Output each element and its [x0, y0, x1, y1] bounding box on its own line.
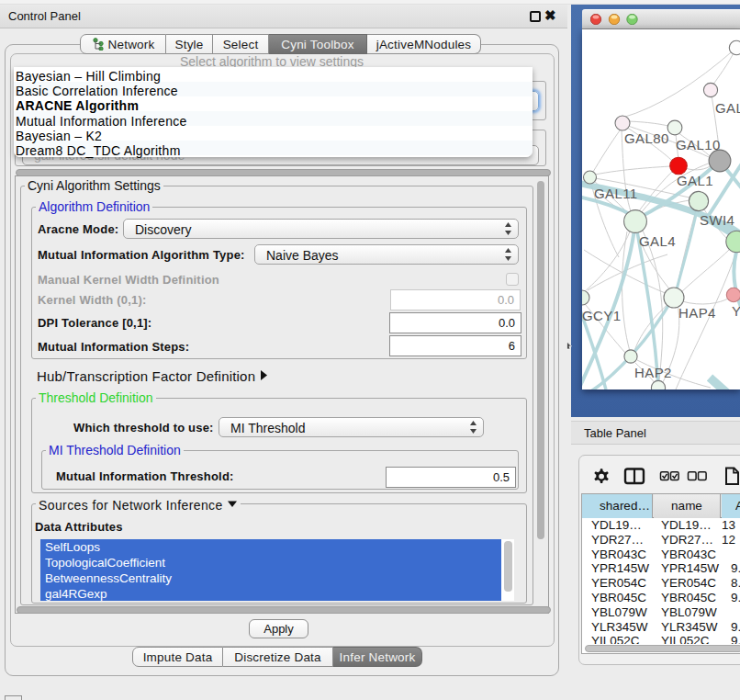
svg-text:GAL10: GAL10	[676, 137, 721, 152]
svg-text:SWI4: SWI4	[700, 212, 734, 228]
svg-text:GAL: GAL	[715, 100, 740, 116]
svg-text:GCY1: GCY1	[582, 308, 621, 323]
svg-text:GAL1: GAL1	[677, 173, 713, 188]
svg-text:HAP4: HAP4	[678, 305, 716, 321]
svg-text:GAL11: GAL11	[594, 186, 638, 201]
svg-text:Y: Y	[732, 303, 740, 319]
svg-text:GAL4: GAL4	[639, 233, 676, 249]
svg-text:HAP2: HAP2	[634, 365, 672, 380]
svg-text:GAL80: GAL80	[624, 130, 669, 146]
